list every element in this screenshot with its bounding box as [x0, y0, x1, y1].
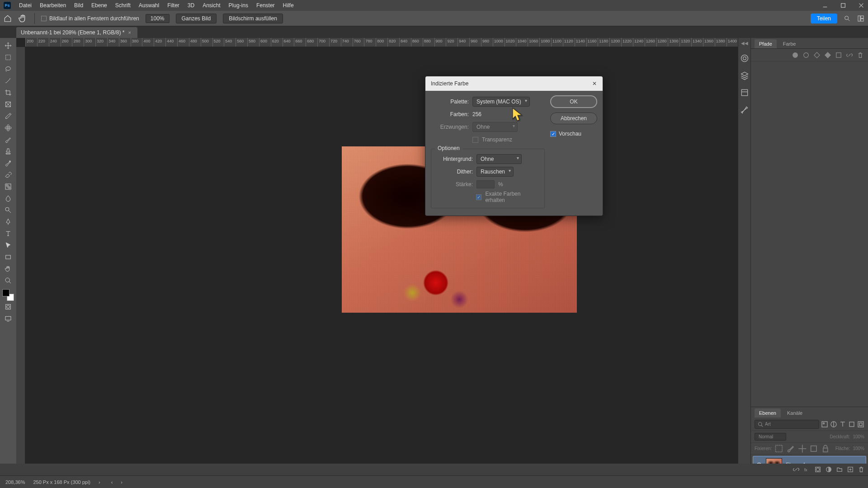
preview-checkbox[interactable]: ✓	[550, 131, 556, 137]
screenmode-tool[interactable]	[1, 313, 15, 324]
group-icon[interactable]	[836, 466, 843, 473]
layers-panel-icon[interactable]	[740, 71, 749, 80]
square-icon[interactable]	[835, 52, 842, 58]
rectangle-tool[interactable]	[1, 251, 15, 263]
menu-bearbeiten[interactable]: Bearbeiten	[40, 2, 66, 9]
blur-tool[interactable]	[1, 192, 15, 204]
eraser-tool[interactable]	[1, 169, 15, 181]
canvas-area[interactable]: 2002202402602803003203403603804004204404…	[16, 38, 738, 475]
delete-layer-icon[interactable]	[858, 466, 864, 473]
minimize-icon[interactable]	[822, 2, 828, 9]
blend-mode-select[interactable]: Normal	[755, 433, 786, 441]
lock-all-icon[interactable]	[821, 444, 830, 453]
link-layers-icon[interactable]	[793, 466, 799, 473]
fill-screen-button[interactable]: Bildschirm ausfüllen	[223, 14, 283, 23]
color-swatch[interactable]	[2, 289, 14, 301]
maximize-icon[interactable]	[840, 2, 846, 9]
dodge-tool[interactable]	[1, 204, 15, 216]
ok-button[interactable]: OK	[550, 95, 597, 108]
status-nav-left-icon[interactable]: ‹	[111, 479, 113, 485]
new-layer-icon[interactable]	[847, 466, 854, 473]
opacity-value[interactable]: 100%	[853, 434, 864, 439]
hand-tool[interactable]	[1, 263, 15, 275]
layer-search-input[interactable]: Art	[755, 420, 819, 429]
color-panel-icon[interactable]	[740, 54, 749, 63]
status-nav-right-icon[interactable]: ›	[121, 479, 123, 485]
adjustment-icon[interactable]	[826, 466, 832, 473]
filter-type-icon[interactable]	[839, 421, 846, 428]
menu-ebene[interactable]: Ebene	[91, 2, 107, 9]
properties-panel-icon[interactable]	[740, 88, 749, 97]
filter-shape-icon[interactable]	[848, 421, 855, 428]
hintergrund-select[interactable]: Ohne	[476, 154, 522, 164]
path-select-tool[interactable]	[1, 239, 15, 251]
dialog-close-button[interactable]: ✕	[590, 79, 599, 88]
menu-3d[interactable]: 3D	[188, 2, 194, 9]
home-icon[interactable]	[4, 14, 12, 23]
search-icon[interactable]	[844, 15, 851, 22]
mask-icon[interactable]	[815, 466, 821, 473]
circle-outline-icon[interactable]	[803, 52, 809, 58]
document-tab[interactable]: Unbenannt-1 bei 208% (Ebene 1, RGB/8) * …	[16, 27, 137, 38]
zoom-tool[interactable]	[1, 275, 15, 286]
stamp-tool[interactable]	[1, 145, 15, 157]
share-button[interactable]: Teilen	[811, 14, 837, 23]
link-icon[interactable]	[846, 52, 853, 58]
dialog-title-bar[interactable]: Indizierte Farbe ✕	[425, 76, 603, 91]
menu-filter[interactable]: Filter	[167, 2, 179, 9]
dither-select[interactable]: Rauschen	[476, 167, 514, 177]
status-chevron-icon[interactable]: ›	[99, 479, 100, 485]
menu-fenster[interactable]: Fenster	[256, 2, 275, 9]
close-tab-icon[interactable]: ×	[128, 30, 131, 35]
svg-rect-32	[811, 446, 816, 451]
lasso-tool[interactable]	[1, 63, 15, 75]
tab-ebenen[interactable]: Ebenen	[755, 408, 781, 418]
eyedropper-tool[interactable]	[1, 110, 15, 122]
fit-image-button[interactable]: Ganzes Bild	[176, 14, 217, 23]
filter-adjust-icon[interactable]	[830, 421, 837, 428]
menu-bild[interactable]: Bild	[74, 2, 83, 9]
close-window-icon[interactable]	[858, 2, 864, 9]
move-tool[interactable]	[1, 40, 15, 52]
menu-schrift[interactable]: Schrift	[115, 2, 131, 9]
wand-tool[interactable]	[1, 75, 15, 87]
palette-select[interactable]: System (MAC OS)	[472, 97, 530, 107]
tab-pfade[interactable]: Pfade	[755, 39, 777, 48]
diamond-fill-icon[interactable]	[825, 52, 831, 58]
filter-smart-icon[interactable]	[857, 421, 864, 428]
fill-value[interactable]: 100%	[853, 446, 864, 451]
brush-tool[interactable]	[1, 134, 15, 145]
frame-tool[interactable]	[1, 99, 15, 110]
heal-tool[interactable]	[1, 122, 15, 134]
gradient-tool[interactable]	[1, 181, 15, 192]
scroll-all-checkbox[interactable]: Bildlauf in allen Fenstern durchführen	[41, 15, 139, 22]
quickmask-tool[interactable]	[1, 301, 15, 313]
status-zoom[interactable]: 208,36%	[5, 479, 25, 485]
trash-icon[interactable]	[857, 52, 863, 58]
menu-hilfe[interactable]: Hilfe	[283, 2, 294, 9]
menu-ansicht[interactable]: Ansicht	[203, 2, 220, 9]
type-tool[interactable]	[1, 228, 15, 239]
workspace-icon[interactable]	[857, 15, 864, 22]
pen-tool[interactable]	[1, 216, 15, 228]
lock-artboard-icon[interactable]	[809, 444, 818, 453]
hand-tool-icon[interactable]	[18, 14, 28, 23]
crop-tool[interactable]	[1, 87, 15, 99]
lock-brush-icon[interactable]	[786, 444, 795, 453]
tab-kanaele[interactable]: Kanäle	[783, 408, 807, 418]
menu-datei[interactable]: Datei	[19, 2, 32, 9]
history-brush-tool[interactable]	[1, 157, 15, 169]
menu-plugins[interactable]: Plug-ins	[229, 2, 248, 9]
cancel-button[interactable]: Abbrechen	[550, 113, 597, 124]
circle-fill-icon[interactable]	[792, 52, 798, 58]
lock-move-icon[interactable]	[798, 444, 807, 453]
marquee-tool[interactable]	[1, 52, 15, 63]
diamond-icon[interactable]	[814, 52, 820, 58]
filter-image-icon[interactable]	[821, 421, 828, 428]
brush-panel-icon[interactable]	[740, 105, 749, 114]
tab-farbe[interactable]: Farbe	[778, 39, 801, 48]
fx-icon[interactable]: fx	[804, 466, 810, 473]
lock-pixels-icon[interactable]	[774, 444, 783, 453]
menu-auswahl[interactable]: Auswahl	[139, 2, 159, 9]
zoom-input[interactable]: 100%	[146, 14, 170, 23]
